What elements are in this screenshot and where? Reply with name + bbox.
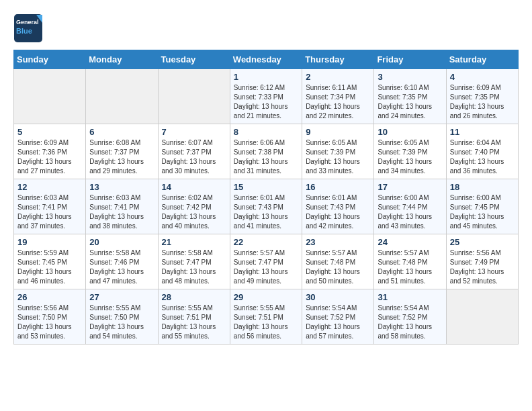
day-number: 17 xyxy=(378,182,442,192)
calendar-cell: 24Sunrise: 5:57 AM Sunset: 7:48 PM Dayli… xyxy=(374,234,446,289)
calendar-cell xyxy=(86,69,158,124)
calendar-cell: 17Sunrise: 6:00 AM Sunset: 7:44 PM Dayli… xyxy=(374,179,446,234)
day-number: 26 xyxy=(17,292,82,302)
header-tuesday: Tuesday xyxy=(158,50,230,69)
day-info: Sunrise: 6:07 AM Sunset: 7:37 PM Dayligh… xyxy=(162,138,226,176)
day-info: Sunrise: 6:09 AM Sunset: 7:35 PM Dayligh… xyxy=(450,83,515,121)
calendar-cell: 25Sunrise: 5:56 AM Sunset: 7:49 PM Dayli… xyxy=(446,234,518,289)
day-number: 28 xyxy=(162,292,226,302)
day-number: 11 xyxy=(450,127,515,137)
calendar-cell: 1Sunrise: 6:12 AM Sunset: 7:33 PM Daylig… xyxy=(230,69,302,124)
day-number: 18 xyxy=(450,182,515,192)
day-info: Sunrise: 5:55 AM Sunset: 7:51 PM Dayligh… xyxy=(162,304,226,341)
calendar-cell xyxy=(158,69,230,124)
calendar-cell: 27Sunrise: 5:55 AM Sunset: 7:50 PM Dayli… xyxy=(86,289,158,345)
calendar-cell: 19Sunrise: 5:59 AM Sunset: 7:45 PM Dayli… xyxy=(14,234,86,289)
day-info: Sunrise: 6:11 AM Sunset: 7:34 PM Dayligh… xyxy=(306,83,370,121)
calendar-cell: 23Sunrise: 5:57 AM Sunset: 7:48 PM Dayli… xyxy=(302,234,374,289)
day-info: Sunrise: 6:08 AM Sunset: 7:37 PM Dayligh… xyxy=(89,138,154,176)
day-number: 27 xyxy=(89,292,154,302)
logo-svg: General Blue xyxy=(13,13,47,43)
calendar-cell: 30Sunrise: 5:54 AM Sunset: 7:52 PM Dayli… xyxy=(302,289,374,345)
day-number: 9 xyxy=(306,127,370,137)
day-info: Sunrise: 6:05 AM Sunset: 7:39 PM Dayligh… xyxy=(378,138,442,176)
header-sunday: Sunday xyxy=(14,50,86,69)
day-number: 4 xyxy=(450,72,515,82)
day-info: Sunrise: 6:09 AM Sunset: 7:36 PM Dayligh… xyxy=(17,138,82,176)
day-number: 10 xyxy=(378,127,442,137)
day-number: 29 xyxy=(234,292,298,302)
day-number: 31 xyxy=(378,292,442,302)
day-number: 5 xyxy=(17,127,82,137)
day-info: Sunrise: 6:00 AM Sunset: 7:44 PM Dayligh… xyxy=(378,193,442,231)
calendar-cell: 8Sunrise: 6:06 AM Sunset: 7:38 PM Daylig… xyxy=(230,124,302,179)
calendar-week-row: 12Sunrise: 6:03 AM Sunset: 7:41 PM Dayli… xyxy=(14,179,519,234)
day-number: 8 xyxy=(234,127,298,137)
day-info: Sunrise: 6:02 AM Sunset: 7:42 PM Dayligh… xyxy=(162,193,226,231)
day-info: Sunrise: 5:55 AM Sunset: 7:51 PM Dayligh… xyxy=(234,304,298,341)
day-number: 30 xyxy=(306,292,370,302)
day-number: 6 xyxy=(89,127,154,137)
svg-text:General: General xyxy=(16,19,39,26)
calendar-cell xyxy=(446,289,518,345)
header-wednesday: Wednesday xyxy=(230,50,302,69)
calendar-week-row: 5Sunrise: 6:09 AM Sunset: 7:36 PM Daylig… xyxy=(14,124,519,179)
day-info: Sunrise: 6:12 AM Sunset: 7:33 PM Dayligh… xyxy=(234,83,298,121)
day-number: 14 xyxy=(162,182,226,192)
day-info: Sunrise: 5:54 AM Sunset: 7:52 PM Dayligh… xyxy=(378,304,442,341)
day-number: 25 xyxy=(450,237,515,247)
day-info: Sunrise: 6:04 AM Sunset: 7:40 PM Dayligh… xyxy=(450,138,515,176)
calendar-cell: 21Sunrise: 5:58 AM Sunset: 7:47 PM Dayli… xyxy=(158,234,230,289)
day-number: 3 xyxy=(378,72,442,82)
calendar-cell: 15Sunrise: 6:01 AM Sunset: 7:43 PM Dayli… xyxy=(230,179,302,234)
day-number: 16 xyxy=(306,182,370,192)
calendar-table: SundayMondayTuesdayWednesdayThursdayFrid… xyxy=(13,50,519,345)
calendar-cell: 6Sunrise: 6:08 AM Sunset: 7:37 PM Daylig… xyxy=(86,124,158,179)
day-number: 24 xyxy=(378,237,442,247)
calendar-week-row: 26Sunrise: 5:56 AM Sunset: 7:50 PM Dayli… xyxy=(14,289,519,345)
day-info: Sunrise: 5:56 AM Sunset: 7:49 PM Dayligh… xyxy=(450,248,515,286)
day-info: Sunrise: 5:54 AM Sunset: 7:52 PM Dayligh… xyxy=(306,304,370,341)
calendar-week-row: 1Sunrise: 6:12 AM Sunset: 7:33 PM Daylig… xyxy=(14,69,519,124)
header-saturday: Saturday xyxy=(446,50,518,69)
calendar-header-row: SundayMondayTuesdayWednesdayThursdayFrid… xyxy=(14,50,519,69)
day-info: Sunrise: 5:59 AM Sunset: 7:45 PM Dayligh… xyxy=(17,248,82,286)
day-number: 7 xyxy=(162,127,226,137)
logo: General Blue xyxy=(13,13,47,43)
header-thursday: Thursday xyxy=(302,50,374,69)
page-header: General Blue xyxy=(13,13,519,43)
day-info: Sunrise: 6:10 AM Sunset: 7:35 PM Dayligh… xyxy=(378,83,442,121)
svg-text:Blue: Blue xyxy=(16,27,32,35)
day-info: Sunrise: 5:57 AM Sunset: 7:48 PM Dayligh… xyxy=(378,248,442,286)
day-info: Sunrise: 5:58 AM Sunset: 7:47 PM Dayligh… xyxy=(162,248,226,286)
calendar-cell: 22Sunrise: 5:57 AM Sunset: 7:47 PM Dayli… xyxy=(230,234,302,289)
header-friday: Friday xyxy=(374,50,446,69)
calendar-cell: 10Sunrise: 6:05 AM Sunset: 7:39 PM Dayli… xyxy=(374,124,446,179)
calendar-cell: 12Sunrise: 6:03 AM Sunset: 7:41 PM Dayli… xyxy=(14,179,86,234)
day-number: 19 xyxy=(17,237,82,247)
day-number: 15 xyxy=(234,182,298,192)
calendar-cell: 13Sunrise: 6:03 AM Sunset: 7:41 PM Dayli… xyxy=(86,179,158,234)
calendar-cell: 2Sunrise: 6:11 AM Sunset: 7:34 PM Daylig… xyxy=(302,69,374,124)
day-number: 20 xyxy=(89,237,154,247)
day-info: Sunrise: 6:03 AM Sunset: 7:41 PM Dayligh… xyxy=(89,193,154,231)
day-number: 21 xyxy=(162,237,226,247)
calendar-cell: 28Sunrise: 5:55 AM Sunset: 7:51 PM Dayli… xyxy=(158,289,230,345)
calendar-cell: 16Sunrise: 6:01 AM Sunset: 7:43 PM Dayli… xyxy=(302,179,374,234)
calendar-cell: 26Sunrise: 5:56 AM Sunset: 7:50 PM Dayli… xyxy=(14,289,86,345)
calendar-week-row: 19Sunrise: 5:59 AM Sunset: 7:45 PM Dayli… xyxy=(14,234,519,289)
day-info: Sunrise: 5:57 AM Sunset: 7:48 PM Dayligh… xyxy=(306,248,370,286)
calendar-cell: 4Sunrise: 6:09 AM Sunset: 7:35 PM Daylig… xyxy=(446,69,518,124)
day-info: Sunrise: 5:55 AM Sunset: 7:50 PM Dayligh… xyxy=(89,304,154,341)
header-monday: Monday xyxy=(86,50,158,69)
day-info: Sunrise: 6:01 AM Sunset: 7:43 PM Dayligh… xyxy=(306,193,370,231)
day-number: 1 xyxy=(234,72,298,82)
day-info: Sunrise: 5:56 AM Sunset: 7:50 PM Dayligh… xyxy=(17,304,82,341)
calendar-cell: 20Sunrise: 5:58 AM Sunset: 7:46 PM Dayli… xyxy=(86,234,158,289)
calendar-cell: 7Sunrise: 6:07 AM Sunset: 7:37 PM Daylig… xyxy=(158,124,230,179)
calendar-cell: 31Sunrise: 5:54 AM Sunset: 7:52 PM Dayli… xyxy=(374,289,446,345)
day-number: 23 xyxy=(306,237,370,247)
day-number: 12 xyxy=(17,182,82,192)
day-number: 22 xyxy=(234,237,298,247)
calendar-cell: 14Sunrise: 6:02 AM Sunset: 7:42 PM Dayli… xyxy=(158,179,230,234)
